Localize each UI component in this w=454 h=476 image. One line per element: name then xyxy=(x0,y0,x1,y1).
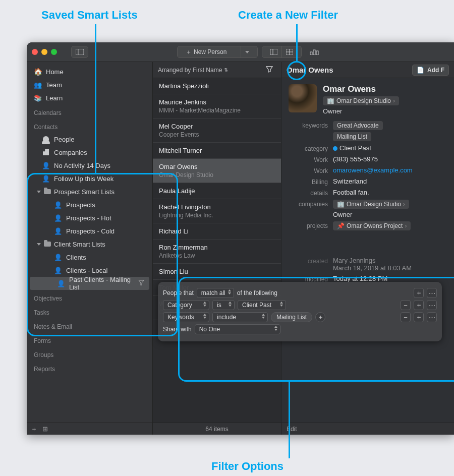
filter-op-select[interactable]: include xyxy=(212,312,268,322)
sidebar-smartlist-prospects-hot[interactable]: 👤Prospects - Hot xyxy=(27,211,152,224)
sidebar-section-groups[interactable]: Groups xyxy=(27,346,152,361)
new-person-button[interactable]: ＋ New Person xyxy=(182,46,241,57)
filter-icon[interactable] xyxy=(263,66,276,74)
chevron-right-icon: › xyxy=(405,222,407,229)
filter-of-following: of the following xyxy=(237,289,277,296)
contact-name: Paula Ladije xyxy=(159,187,275,195)
filter-options-button[interactable]: ⋯ xyxy=(427,288,437,298)
sidebar-smartlist-no-activity[interactable]: 👤No Activity 14 Days xyxy=(27,159,152,172)
close-window-icon[interactable] xyxy=(32,49,38,55)
smartlist-icon: 👤 xyxy=(54,267,62,274)
contact-list-column: Arranged by First Name ⇅ Martina Spezzio… xyxy=(153,62,281,435)
contact-row[interactable]: Mitchell Turner xyxy=(153,143,281,159)
document-icon: 📄 xyxy=(417,67,424,74)
sidebar-smartlist-past-clients-mailing[interactable]: 👤 Past Clients - Mailing List xyxy=(30,277,149,290)
window-traffic-lights[interactable] xyxy=(32,49,67,55)
project-pill[interactable]: 📌Omar Owens Project› xyxy=(333,221,411,230)
company-pill[interactable]: 🏢 Omar Design Studio › xyxy=(323,96,399,105)
sidebar-group-prospect[interactable]: Prospect Smart Lists xyxy=(27,185,152,198)
smartlist-icon: 👤 xyxy=(54,214,62,222)
sidebar-companies[interactable]: Companies xyxy=(27,146,152,159)
callout-line xyxy=(289,382,290,458)
filter-match-select[interactable]: match all xyxy=(197,288,234,298)
work-email-value[interactable]: omarowens@example.com xyxy=(333,166,413,174)
svg-rect-9 xyxy=(316,51,318,55)
company-pill[interactable]: 🏢Omar Design Studio› xyxy=(333,200,409,209)
detail-footer-edit[interactable]: Edit xyxy=(281,423,454,435)
add-button[interactable]: ＋ xyxy=(31,425,37,434)
filter-value-select[interactable]: Client Past xyxy=(238,300,286,310)
sidebar-people[interactable]: People xyxy=(27,133,152,146)
contact-row[interactable]: Mel CooperCooper Events xyxy=(153,118,281,143)
sidebar-toggle-button[interactable] xyxy=(71,46,88,58)
sidebar-smartlist-clients[interactable]: 👤Clients xyxy=(27,251,152,264)
view-chart-icon[interactable] xyxy=(306,46,323,58)
minimize-window-icon[interactable] xyxy=(41,49,47,55)
filter-field-select[interactable]: Keywords xyxy=(163,312,209,322)
sidebar-section-reports[interactable]: Reports xyxy=(27,361,152,375)
filter-remove-rule-button[interactable]: − xyxy=(401,312,411,322)
filter-add-rule-button[interactable]: ＋ xyxy=(414,288,424,298)
sidebar-smartlist-prospects-cold[interactable]: 👤Prospects - Cold xyxy=(27,224,152,237)
work-phone-value[interactable]: (383) 555-5975 xyxy=(333,155,378,163)
list-sort-header[interactable]: Arranged by First Name ⇅ xyxy=(153,62,281,78)
app-window: ＋ New Person 🏠Home 👥Team 📚Learn Calendar… xyxy=(27,42,454,435)
contact-row[interactable]: Ron ZimmermanAniketos Law xyxy=(153,240,281,264)
category-value: Client Past xyxy=(333,144,371,152)
view-card-icon[interactable] xyxy=(266,46,282,57)
detail-body: Omar Owens 🏢 Omar Design Studio › Owner … xyxy=(281,78,454,423)
sidebar-item-label: Clients - Local xyxy=(66,267,107,274)
view-grid-icon[interactable] xyxy=(282,46,297,57)
filter-field-select[interactable]: Category xyxy=(163,300,209,310)
filter-add-rule-button[interactable]: ＋ xyxy=(414,300,424,310)
sidebar-section-contacts[interactable]: Contacts xyxy=(27,118,152,133)
contact-row[interactable]: Simon Liu xyxy=(153,264,281,280)
contact-list[interactable]: Martina SpezzioliMaurice JenkinsMMM - Ma… xyxy=(153,78,281,423)
chevron-down-icon xyxy=(37,243,41,246)
filter-options-button[interactable]: ⋯ xyxy=(427,300,437,310)
smartlist-icon: 👤 xyxy=(57,280,65,287)
sidebar-smartlist-follow-up[interactable]: 👤Follow Up this Week xyxy=(27,172,152,185)
sidebar-section-tasks[interactable]: Tasks xyxy=(27,304,152,318)
keyword-pill[interactable]: Great Advocate xyxy=(333,121,383,130)
fullscreen-window-icon[interactable] xyxy=(51,49,57,55)
svg-rect-7 xyxy=(310,52,312,55)
keyword-pill[interactable]: Mailing List xyxy=(333,132,371,141)
sidebar-learn[interactable]: 📚Learn xyxy=(27,91,152,104)
sidebar-section-notes-email[interactable]: Notes & Email xyxy=(27,318,152,332)
sidebar-smartlist-clients-local[interactable]: 👤Clients - Local xyxy=(27,264,152,277)
filter-share-with-label: Share with xyxy=(163,326,192,333)
contact-name: Ron Zimmerman xyxy=(159,244,275,251)
field-label: Work xyxy=(289,166,328,174)
filter-add-rule-button[interactable]: ＋ xyxy=(414,312,424,322)
sidebar-smartlist-prospects[interactable]: 👤Prospects xyxy=(27,198,152,211)
sidebar-section-forms[interactable]: Forms xyxy=(27,332,152,346)
contact-row[interactable]: Martina Spezzioli xyxy=(153,78,281,94)
contact-row[interactable]: Richard Li xyxy=(153,223,281,240)
filter-keyword-token[interactable]: Mailing List xyxy=(271,312,312,322)
svg-rect-2 xyxy=(270,49,277,55)
smartlist-icon: 👤 xyxy=(42,162,50,169)
field-label: companies xyxy=(289,200,328,208)
contact-row[interactable]: Maurice JenkinsMMM - MarketMediaMagazine xyxy=(153,94,281,118)
sidebar-home[interactable]: 🏠Home xyxy=(27,65,152,78)
filter-op-select[interactable]: is xyxy=(212,300,235,310)
filter-options-button[interactable]: ⋯ xyxy=(427,312,437,322)
new-person-dropdown-icon[interactable] xyxy=(241,46,253,57)
contact-row[interactable]: Rachel LivingstonLightning Media Inc. xyxy=(153,199,281,223)
filter-remove-rule-button[interactable]: − xyxy=(401,300,411,310)
add-button[interactable]: 📄 Add F xyxy=(412,65,449,76)
filter-add-keyword-button[interactable]: ＋ xyxy=(315,312,325,322)
contact-row[interactable]: Omar OwensOmar Design Studio xyxy=(153,159,281,183)
sidebar-group-client[interactable]: Client Smart Lists xyxy=(27,237,152,251)
sidebar-item-label: Companies xyxy=(54,149,87,156)
calendar-icon[interactable]: ⊞ xyxy=(42,425,48,433)
company-icon: 🏢 xyxy=(327,97,334,104)
filter-share-select[interactable]: No One xyxy=(195,324,280,334)
contact-row[interactable]: Paula Ladije xyxy=(153,183,281,199)
avatar[interactable] xyxy=(289,84,317,112)
new-person-segmented[interactable]: ＋ New Person xyxy=(177,46,258,58)
sidebar-section-calendars[interactable]: Calendars xyxy=(27,104,152,118)
sidebar-team[interactable]: 👥Team xyxy=(27,78,152,91)
sidebar-section-objectives[interactable]: Objectives xyxy=(27,290,152,304)
